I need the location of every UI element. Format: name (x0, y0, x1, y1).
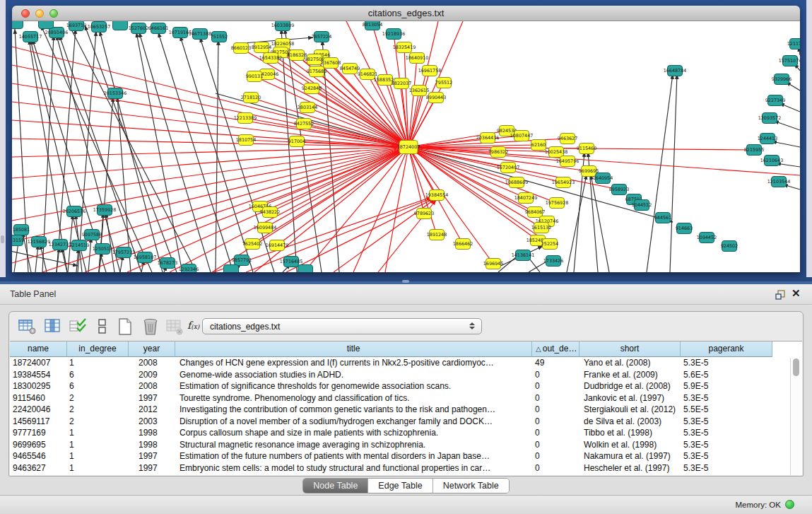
float-panel-icon[interactable] (775, 289, 786, 300)
graph-node[interactable] (298, 265, 313, 273)
column-header-out-de-[interactable]: △out_de… (532, 341, 579, 357)
table-cell[interactable]: de Silva et al. (2003) (579, 416, 681, 428)
table-cell[interactable]: 2003 (129, 416, 175, 428)
table-cell[interactable]: 5.6E-5 (681, 369, 772, 381)
table-cell[interactable]: Nakamura et al. (1997) (579, 450, 681, 462)
create-column-icon[interactable] (115, 317, 135, 336)
table-cell[interactable]: 5.3E-5 (681, 416, 772, 428)
table-row[interactable]: 1456911722003Disruption of a novel membe… (10, 416, 802, 428)
table-cell[interactable]: 0 (532, 380, 579, 392)
tab-network-table[interactable]: Network Table (433, 479, 509, 493)
table-cell[interactable]: 0 (532, 462, 579, 474)
table-cell[interactable]: 1997 (129, 450, 175, 462)
table-cell[interactable]: 1998 (129, 439, 175, 451)
table-row[interactable]: 1938455462009Genome-wide association stu… (10, 369, 802, 381)
network-window-titlebar[interactable]: citations_edges.txt (12, 6, 800, 21)
graph-node[interactable] (113, 21, 128, 30)
table-cell[interactable]: Estimation of the future numbers of pati… (175, 450, 532, 462)
table-row[interactable]: 946362711997Embryonic stem cells: a mode… (10, 462, 802, 474)
select-columns-icon[interactable] (43, 317, 63, 336)
delete-columns-icon[interactable] (141, 317, 160, 336)
table-cell[interactable]: 5.5E-5 (681, 404, 772, 416)
table-cell[interactable]: 1 (67, 439, 129, 451)
select-rows-icon[interactable] (69, 317, 88, 336)
table-cell[interactable]: Corpus callosum shape and size in male p… (175, 427, 532, 439)
network-table-selector[interactable]: citations_edges.txt (202, 318, 482, 334)
row-height-icon[interactable] (93, 317, 112, 336)
column-header-short[interactable]: short (579, 341, 681, 357)
table-cell[interactable]: 0 (532, 404, 579, 416)
table-cell[interactable]: 1997 (129, 462, 175, 474)
graph-node[interactable] (39, 21, 54, 29)
table-cell[interactable]: 1 (67, 462, 129, 474)
table-cell[interactable]: Estimation of significance thresholds fo… (175, 380, 532, 392)
left-splitter-handle[interactable] (1, 235, 4, 243)
table-cell[interactable]: 5.3E-5 (681, 462, 772, 474)
table-cell[interactable]: 9463627 (10, 462, 67, 474)
table-row[interactable]: 2242004622012Investigating the contribut… (10, 404, 802, 416)
table-cell[interactable]: 9777169 (10, 427, 67, 439)
table-cell[interactable]: 0 (532, 427, 579, 439)
table-cell[interactable]: 0 (532, 439, 579, 451)
zoom-window-button[interactable] (49, 9, 58, 18)
column-header-name[interactable]: name (10, 341, 67, 357)
table-cell[interactable]: Embryonic stem cells: a model to study s… (175, 462, 532, 474)
table-cell[interactable]: 9115460 (10, 392, 67, 404)
table-row[interactable]: 911546021997Tourette syndrome. Phenomeno… (10, 392, 802, 404)
table-cell[interactable]: 5.3E-5 (681, 427, 772, 439)
table-cell[interactable]: 6 (67, 380, 129, 392)
table-cell[interactable]: 0 (532, 416, 579, 428)
table-cell[interactable]: Jankovic et al. (1997) (579, 392, 681, 404)
table-cell[interactable]: 6 (67, 369, 129, 381)
table-cell[interactable]: 2 (67, 404, 129, 416)
delete-table-icon[interactable] (165, 317, 184, 336)
table-cell[interactable]: 2 (67, 416, 129, 428)
table-cell[interactable]: 18300295 (10, 380, 67, 392)
table-cell[interactable]: Stergiakouli et al. (2012) (579, 404, 681, 416)
table-cell[interactable]: Changes of HCN gene expression and I(f) … (175, 357, 532, 369)
column-header-in-degree[interactable]: in_degree (67, 341, 129, 357)
table-row[interactable]: 1872400712008Changes of HCN gene express… (10, 357, 802, 369)
table-mode-icon[interactable] (18, 317, 37, 336)
column-header-year[interactable]: year (129, 341, 175, 357)
table-cell[interactable]: 5.3E-5 (681, 439, 772, 451)
table-cell[interactable]: 2009 (129, 369, 175, 381)
table-cell[interactable]: 1 (67, 450, 129, 462)
table-vertical-scrollbar[interactable] (790, 358, 801, 475)
minimize-window-button[interactable] (35, 9, 44, 18)
table-cell[interactable]: 1998 (129, 427, 175, 439)
table-cell[interactable]: 5.3E-5 (681, 357, 772, 369)
table-cell[interactable]: 2008 (129, 357, 175, 369)
table-cell[interactable]: Disruption of a novel member of a sodium… (175, 416, 532, 428)
tab-edge-table[interactable]: Edge Table (368, 479, 433, 493)
table-cell[interactable]: 5.3E-5 (681, 392, 772, 404)
tab-node-table[interactable]: Node Table (303, 479, 368, 493)
table-row[interactable]: 969969511998Structural magnetic resonanc… (10, 439, 802, 451)
table-row[interactable]: 977716911998Corpus callosum shape and si… (10, 427, 802, 439)
graph-node[interactable] (224, 265, 239, 273)
table-cell[interactable]: Tibbo et al. (1998) (579, 427, 681, 439)
table-cell[interactable]: 5.9E-5 (681, 380, 772, 392)
table-row[interactable]: 946554611997Estimation of the future num… (10, 450, 802, 462)
close-window-button[interactable] (21, 9, 30, 18)
table-cell[interactable]: 49 (532, 357, 579, 369)
table-cell[interactable]: 22420046 (10, 404, 67, 416)
table-cell[interactable]: 1 (67, 357, 129, 369)
horizontal-splitter-handle[interactable] (402, 280, 409, 283)
table-cell[interactable]: Investigating the contribution of common… (175, 404, 532, 416)
table-cell[interactable]: 19384554 (10, 369, 67, 381)
scrollbar-thumb[interactable] (793, 358, 799, 376)
table-cell[interactable]: 9465546 (10, 450, 67, 462)
column-header-pagerank[interactable]: pagerank (681, 341, 772, 357)
table-cell[interactable]: 0 (532, 450, 579, 462)
memory-ok-indicator[interactable] (785, 500, 794, 509)
citation-network-graph[interactable]: 1872400786601238912954182260589827503818… (12, 21, 800, 272)
table-cell[interactable]: 14569117 (10, 416, 67, 428)
table-cell[interactable]: 2 (67, 392, 129, 404)
table-cell[interactable]: Franke et al. (2009) (579, 369, 681, 381)
table-cell[interactable]: 0 (532, 369, 579, 381)
table-cell[interactable]: 2012 (129, 404, 175, 416)
column-header-title[interactable]: title (175, 341, 532, 357)
table-cell[interactable]: Genome-wide association studies in ADHD. (175, 369, 532, 381)
close-panel-icon[interactable]: ✕ (792, 287, 801, 300)
